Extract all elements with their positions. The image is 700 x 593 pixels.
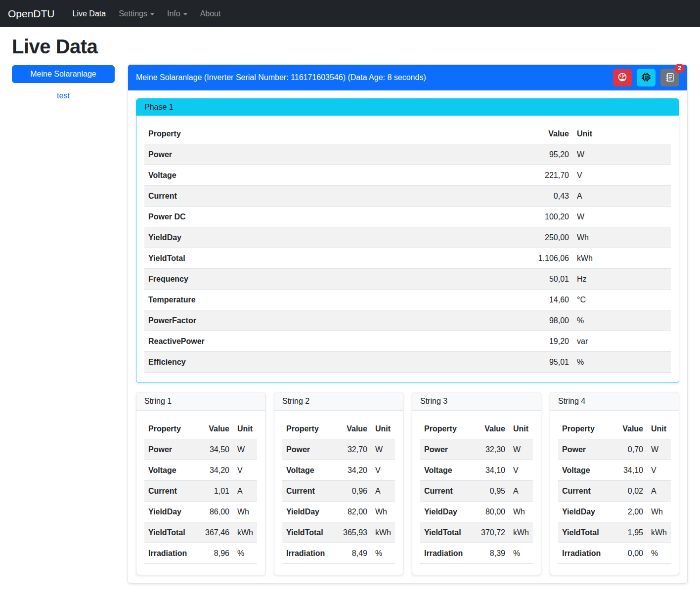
main-content: Live Data Meine Solaranlage test Meine S… [0,36,700,589]
column-header-value: Value [615,419,647,439]
unit-cell: % [509,543,533,564]
string-card: String 1 PropertyValueUnit Power34,50WVo… [136,392,265,575]
phase-card-title: Phase 1 [136,99,679,116]
string-table: PropertyValueUnit Power0,70WVoltage34,10… [558,419,671,564]
table-row: Power32,30W [420,439,533,460]
inverter-sidebar: Meine Solaranlage test [12,64,115,100]
table-row: Power34,50W [144,439,257,460]
string-table: PropertyValueUnit Power34,50WVoltage34,2… [144,419,257,564]
nav-item-live-data[interactable]: Live Data [68,5,111,22]
property-cell: Voltage [144,165,519,186]
property-cell: Power [282,439,339,460]
unit-cell: V [233,460,257,481]
table-row: ReactivePower19,20var [144,331,671,352]
speedometer-icon [617,72,628,84]
nav-item-info[interactable]: Info [162,5,192,22]
nav-item-label: About [200,9,221,18]
unit-cell: Wh [233,502,257,522]
table-row: Voltage34,10V [420,460,533,481]
property-cell: Irradiation [144,543,201,564]
table-header-row: PropertyValueUnit [420,419,533,439]
nav-item-about[interactable]: About [195,5,226,22]
table-row: YieldTotal370,72kWh [420,522,533,543]
unit-cell: W [573,207,671,227]
table-header-row: PropertyValueUnit [282,419,395,439]
string-card: String 3 PropertyValueUnit Power32,30WVo… [412,392,541,575]
unit-cell: V [371,460,395,481]
unit-cell: V [647,460,671,481]
unit-cell: % [371,543,395,564]
device-info-button[interactable] [637,69,656,86]
table-row: YieldTotal1.106,06kWh [144,248,671,269]
property-cell: Irradiation [420,543,477,564]
property-cell: YieldTotal [420,522,477,543]
inverter-actions: 2 [613,69,679,86]
value-cell: 1,95 [615,522,647,543]
table-row: Current0,02A [558,481,671,502]
property-cell: Current [558,481,615,502]
sidebar-item-test[interactable]: test [12,91,115,100]
column-header-unit: Unit [647,419,671,439]
table-row: Irradiation8,96% [144,543,257,564]
value-cell: 86,00 [201,502,233,522]
value-cell: 80,00 [477,502,509,522]
string-card-title: String 1 [136,392,265,411]
journal-icon [664,72,675,84]
string-card-title: String 3 [412,392,541,411]
value-cell: 34,20 [201,460,233,481]
column-header-unit: Unit [371,419,395,439]
unit-cell: var [573,331,671,352]
string-card-title: String 2 [274,392,403,411]
property-cell: Current [282,481,339,502]
table-header-row: PropertyValueUnit [144,419,257,439]
unit-cell: Wh [509,502,533,522]
property-cell: YieldTotal [144,522,201,543]
unit-cell: % [573,310,671,331]
property-cell: Current [420,481,477,502]
unit-cell: Hz [573,269,671,290]
value-cell: 8,39 [477,543,509,564]
unit-cell: Wh [573,227,671,248]
column-header-property: Property [144,419,201,439]
page-title: Live Data [12,36,688,58]
table-row: Voltage34,20V [282,460,395,481]
column-header-unit: Unit [233,419,257,439]
unit-cell: kWh [509,522,533,543]
event-count-badge: 2 [674,64,685,73]
table-row: YieldTotal367,46kWh [144,522,257,543]
inverter-panel-header: Meine Solaranlage (Inverter Serial Numbe… [128,65,687,90]
brand-logo[interactable]: OpenDTU [8,8,55,20]
table-row: YieldDay82,00Wh [282,502,395,522]
property-cell: Power [420,439,477,460]
unit-cell: W [647,439,671,460]
nav-item-settings[interactable]: Settings [114,5,159,22]
table-row: YieldDay80,00Wh [420,502,533,522]
property-cell: Power [144,439,201,460]
column-header-property: Property [144,124,519,144]
table-row: Voltage221,70V [144,165,671,186]
value-cell: 95,20 [519,144,573,165]
value-cell: 32,30 [477,439,509,460]
event-log-button[interactable]: 2 [660,69,679,86]
property-cell: YieldDay [144,227,519,248]
table-row: YieldDay250,00Wh [144,227,671,248]
table-row: Current1,01A [144,481,257,502]
column-header-property: Property [420,419,477,439]
table-header-row: PropertyValueUnit [144,124,671,144]
string-table: PropertyValueUnit Power32,30WVoltage34,1… [420,419,533,564]
limit-settings-button[interactable] [613,69,632,86]
value-cell: 14,60 [519,290,573,310]
property-cell: YieldTotal [558,522,615,543]
inverter-select-button[interactable]: Meine Solaranlage [12,65,115,83]
value-cell: 1.106,06 [519,248,573,269]
value-cell: 0,43 [519,186,573,207]
property-cell: YieldTotal [144,248,519,269]
table-row: Efficiency95,01% [144,352,671,373]
unit-cell: % [647,543,671,564]
column-header-property: Property [282,419,339,439]
property-cell: Irradiation [558,543,615,564]
unit-cell: °C [573,290,671,310]
property-cell: Power DC [144,207,519,227]
cpu-icon [641,72,652,84]
unit-cell: V [573,165,671,186]
